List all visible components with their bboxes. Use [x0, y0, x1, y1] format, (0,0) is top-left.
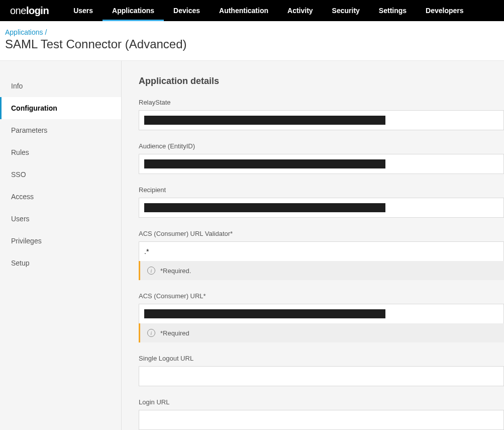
- text-input-login-url[interactable]: [144, 416, 498, 424]
- text-input-acs-validator[interactable]: [144, 247, 498, 255]
- field-slo-url: Single Logout URL: [139, 355, 504, 386]
- sub-header: Applications / SAML Test Connector (Adva…: [0, 21, 504, 61]
- redacted-value: [144, 159, 385, 168]
- nav-settings[interactable]: Settings: [369, 0, 416, 21]
- brand-part2: login: [26, 5, 49, 16]
- input-recipient[interactable]: [139, 198, 504, 218]
- redacted-value: [144, 203, 385, 212]
- required-note-acs-url: i *Required: [139, 323, 504, 342]
- label-login-url: Login URL: [139, 398, 504, 406]
- label-acs-url: ACS (Consumer) URL*: [139, 292, 504, 300]
- field-relaystate: RelayState: [139, 99, 504, 130]
- input-relaystate[interactable]: [139, 110, 504, 130]
- sidebar-item-access[interactable]: Access: [0, 186, 121, 208]
- brand-logo: onelogin: [10, 5, 49, 17]
- breadcrumb[interactable]: Applications /: [5, 28, 499, 36]
- input-acs-url[interactable]: [139, 304, 504, 324]
- input-login-url[interactable]: [139, 410, 504, 430]
- nav-links: Users Applications Devices Authenticatio…: [64, 0, 473, 21]
- field-acs-validator: ACS (Consumer) URL Validator* i *Require…: [139, 230, 504, 280]
- field-recipient: Recipient: [139, 186, 504, 218]
- nav-security[interactable]: Security: [323, 0, 369, 21]
- page-title: SAML Test Connector (Advanced): [5, 37, 499, 51]
- sidebar-item-rules[interactable]: Rules: [0, 141, 121, 163]
- label-relaystate: RelayState: [139, 99, 504, 106]
- sidebar-item-sso[interactable]: SSO: [0, 163, 121, 186]
- label-recipient: Recipient: [139, 186, 504, 194]
- section-heading: Application details: [139, 76, 504, 87]
- required-note-acs-validator: i *Required.: [139, 261, 504, 280]
- text-input-slo-url[interactable]: [144, 372, 498, 380]
- sidebar-item-configuration[interactable]: Configuration: [0, 97, 121, 119]
- sidebar-item-setup[interactable]: Setup: [0, 252, 121, 274]
- sidebar-item-parameters[interactable]: Parameters: [0, 119, 121, 141]
- nav-users[interactable]: Users: [64, 0, 103, 21]
- info-icon: i: [147, 267, 155, 275]
- nav-developers[interactable]: Developers: [416, 0, 473, 21]
- sidebar-item-info[interactable]: Info: [0, 75, 121, 97]
- field-acs-url: ACS (Consumer) URL* i *Required: [139, 292, 504, 342]
- required-text: *Required.: [160, 267, 191, 275]
- nav-activity[interactable]: Activity: [278, 0, 323, 21]
- label-slo-url: Single Logout URL: [139, 355, 504, 362]
- redacted-value: [144, 116, 385, 125]
- main-content: Application details RelayState Audience …: [122, 61, 504, 430]
- sidebar-item-privileges[interactable]: Privileges: [0, 230, 121, 252]
- nav-devices[interactable]: Devices: [164, 0, 210, 21]
- nav-applications[interactable]: Applications: [103, 0, 164, 21]
- sidebar-item-users[interactable]: Users: [0, 208, 121, 230]
- label-acs-validator: ACS (Consumer) URL Validator*: [139, 230, 504, 237]
- input-slo-url[interactable]: [139, 366, 504, 386]
- sidebar: Info Configuration Parameters Rules SSO …: [0, 61, 122, 430]
- field-audience: Audience (EntityID): [139, 142, 504, 174]
- redacted-value: [144, 309, 385, 318]
- brand-part1: one: [10, 5, 26, 16]
- label-audience: Audience (EntityID): [139, 142, 504, 150]
- field-login-url: Login URL: [139, 398, 504, 430]
- required-text: *Required: [160, 329, 189, 337]
- input-audience[interactable]: [139, 154, 504, 174]
- input-acs-validator[interactable]: [139, 241, 504, 262]
- info-icon: i: [147, 329, 155, 337]
- body-row: Info Configuration Parameters Rules SSO …: [0, 61, 504, 430]
- nav-authentication[interactable]: Authentication: [210, 0, 278, 21]
- top-nav: onelogin Users Applications Devices Auth…: [0, 0, 504, 21]
